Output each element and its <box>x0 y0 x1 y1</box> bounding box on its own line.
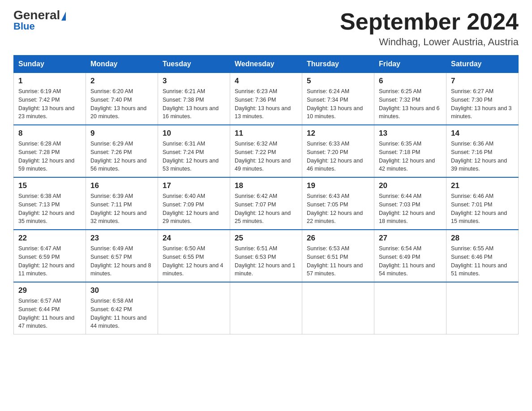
day-number: 27 <box>379 234 442 243</box>
title-area: September 2024 Windhag, Lower Austria, A… <box>340 9 519 48</box>
day-info: Sunrise: 6:35 AM Sunset: 7:18 PM Dayligh… <box>379 140 442 173</box>
day-number: 4 <box>235 77 297 86</box>
header-thursday: Thursday <box>302 56 374 73</box>
weekday-header-row: Sunday Monday Tuesday Wednesday Thursday… <box>14 56 519 73</box>
day-number: 18 <box>235 181 297 190</box>
day-info: Sunrise: 6:32 AM Sunset: 7:22 PM Dayligh… <box>235 140 297 173</box>
table-row: 4 Sunrise: 6:23 AM Sunset: 7:36 PM Dayli… <box>230 73 302 125</box>
day-info: Sunrise: 6:29 AM Sunset: 7:26 PM Dayligh… <box>90 140 153 173</box>
day-number: 29 <box>18 286 81 295</box>
header-sunday: Sunday <box>14 56 86 73</box>
day-number: 16 <box>90 181 153 190</box>
table-row <box>374 282 446 334</box>
table-row <box>446 282 519 334</box>
day-info: Sunrise: 6:19 AM Sunset: 7:42 PM Dayligh… <box>18 87 81 121</box>
table-row: 11 Sunrise: 6:32 AM Sunset: 7:22 PM Dayl… <box>230 125 302 177</box>
header-wednesday: Wednesday <box>230 56 302 73</box>
day-info: Sunrise: 6:25 AM Sunset: 7:32 PM Dayligh… <box>379 87 442 121</box>
calendar-week-row: 22 Sunrise: 6:47 AM Sunset: 6:59 PM Dayl… <box>14 230 519 282</box>
day-info: Sunrise: 6:42 AM Sunset: 7:07 PM Dayligh… <box>235 192 297 226</box>
day-info: Sunrise: 6:33 AM Sunset: 7:20 PM Dayligh… <box>307 140 369 173</box>
day-info: Sunrise: 6:28 AM Sunset: 7:28 PM Dayligh… <box>18 140 81 173</box>
table-row: 5 Sunrise: 6:24 AM Sunset: 7:34 PM Dayli… <box>302 73 374 125</box>
day-info: Sunrise: 6:31 AM Sunset: 7:24 PM Dayligh… <box>163 140 225 173</box>
calendar-table: Sunday Monday Tuesday Wednesday Thursday… <box>13 55 519 334</box>
day-number: 23 <box>90 234 153 243</box>
day-number: 22 <box>18 234 81 243</box>
table-row: 17 Sunrise: 6:40 AM Sunset: 7:09 PM Dayl… <box>158 177 230 230</box>
table-row: 27 Sunrise: 6:54 AM Sunset: 6:49 PM Dayl… <box>374 230 446 282</box>
table-row: 23 Sunrise: 6:49 AM Sunset: 6:57 PM Dayl… <box>86 230 158 282</box>
table-row: 16 Sunrise: 6:39 AM Sunset: 7:11 PM Dayl… <box>86 177 158 230</box>
day-info: Sunrise: 6:51 AM Sunset: 6:53 PM Dayligh… <box>235 244 297 278</box>
day-number: 13 <box>379 129 442 138</box>
day-number: 30 <box>90 286 153 295</box>
calendar-subtitle: Windhag, Lower Austria, Austria <box>340 36 519 48</box>
day-info: Sunrise: 6:39 AM Sunset: 7:11 PM Dayligh… <box>90 192 153 226</box>
day-number: 6 <box>379 77 442 86</box>
table-row: 22 Sunrise: 6:47 AM Sunset: 6:59 PM Dayl… <box>14 230 86 282</box>
header-monday: Monday <box>86 56 158 73</box>
table-row: 18 Sunrise: 6:42 AM Sunset: 7:07 PM Dayl… <box>230 177 302 230</box>
day-number: 21 <box>451 181 514 190</box>
table-row: 19 Sunrise: 6:43 AM Sunset: 7:05 PM Dayl… <box>302 177 374 230</box>
day-info: Sunrise: 6:21 AM Sunset: 7:38 PM Dayligh… <box>163 87 225 121</box>
table-row: 24 Sunrise: 6:50 AM Sunset: 6:55 PM Dayl… <box>158 230 230 282</box>
day-number: 20 <box>379 181 442 190</box>
table-row: 2 Sunrise: 6:20 AM Sunset: 7:40 PM Dayli… <box>86 73 158 125</box>
day-number: 10 <box>163 129 225 138</box>
day-number: 9 <box>90 129 153 138</box>
table-row: 21 Sunrise: 6:46 AM Sunset: 7:01 PM Dayl… <box>446 177 519 230</box>
table-row: 15 Sunrise: 6:38 AM Sunset: 7:13 PM Dayl… <box>14 177 86 230</box>
table-row: 26 Sunrise: 6:53 AM Sunset: 6:51 PM Dayl… <box>302 230 374 282</box>
calendar-title: September 2024 <box>340 9 519 34</box>
day-number: 19 <box>307 181 369 190</box>
day-number: 5 <box>307 77 369 86</box>
table-row: 10 Sunrise: 6:31 AM Sunset: 7:24 PM Dayl… <box>158 125 230 177</box>
day-number: 1 <box>18 77 81 86</box>
day-number: 15 <box>18 181 81 190</box>
table-row: 13 Sunrise: 6:35 AM Sunset: 7:18 PM Dayl… <box>374 125 446 177</box>
day-info: Sunrise: 6:50 AM Sunset: 6:55 PM Dayligh… <box>163 244 225 278</box>
table-row: 8 Sunrise: 6:28 AM Sunset: 7:28 PM Dayli… <box>14 125 86 177</box>
table-row: 25 Sunrise: 6:51 AM Sunset: 6:53 PM Dayl… <box>230 230 302 282</box>
calendar-week-row: 1 Sunrise: 6:19 AM Sunset: 7:42 PM Dayli… <box>14 73 519 125</box>
calendar-week-row: 15 Sunrise: 6:38 AM Sunset: 7:13 PM Dayl… <box>14 177 519 230</box>
day-number: 24 <box>163 234 225 243</box>
header-friday: Friday <box>374 56 446 73</box>
table-row <box>230 282 302 334</box>
day-info: Sunrise: 6:38 AM Sunset: 7:13 PM Dayligh… <box>18 192 81 226</box>
table-row: 30 Sunrise: 6:58 AM Sunset: 6:42 PM Dayl… <box>86 282 158 334</box>
day-info: Sunrise: 6:40 AM Sunset: 7:09 PM Dayligh… <box>163 192 225 226</box>
day-info: Sunrise: 6:44 AM Sunset: 7:03 PM Dayligh… <box>379 192 442 226</box>
day-number: 17 <box>163 181 225 190</box>
day-info: Sunrise: 6:27 AM Sunset: 7:30 PM Dayligh… <box>451 87 514 121</box>
header-saturday: Saturday <box>446 56 519 73</box>
table-row: 1 Sunrise: 6:19 AM Sunset: 7:42 PM Dayli… <box>14 73 86 125</box>
table-row: 3 Sunrise: 6:21 AM Sunset: 7:38 PM Dayli… <box>158 73 230 125</box>
table-row: 12 Sunrise: 6:33 AM Sunset: 7:20 PM Dayl… <box>302 125 374 177</box>
day-number: 28 <box>451 234 514 243</box>
day-number: 2 <box>90 77 153 86</box>
table-row: 6 Sunrise: 6:25 AM Sunset: 7:32 PM Dayli… <box>374 73 446 125</box>
day-info: Sunrise: 6:53 AM Sunset: 6:51 PM Dayligh… <box>307 244 369 278</box>
day-number: 7 <box>451 77 514 86</box>
day-number: 3 <box>163 77 225 86</box>
table-row: 9 Sunrise: 6:29 AM Sunset: 7:26 PM Dayli… <box>86 125 158 177</box>
day-info: Sunrise: 6:47 AM Sunset: 6:59 PM Dayligh… <box>18 244 81 278</box>
logo-blue: Blue <box>13 21 35 32</box>
table-row: 7 Sunrise: 6:27 AM Sunset: 7:30 PM Dayli… <box>446 73 519 125</box>
day-info: Sunrise: 6:55 AM Sunset: 6:46 PM Dayligh… <box>451 244 514 278</box>
logo: General Blue <box>13 9 66 32</box>
day-number: 12 <box>307 129 369 138</box>
table-row: 29 Sunrise: 6:57 AM Sunset: 6:44 PM Dayl… <box>14 282 86 334</box>
day-number: 25 <box>235 234 297 243</box>
table-row <box>302 282 374 334</box>
day-info: Sunrise: 6:49 AM Sunset: 6:57 PM Dayligh… <box>90 244 153 278</box>
day-info: Sunrise: 6:54 AM Sunset: 6:49 PM Dayligh… <box>379 244 442 278</box>
day-number: 14 <box>451 129 514 138</box>
day-info: Sunrise: 6:43 AM Sunset: 7:05 PM Dayligh… <box>307 192 369 226</box>
table-row: 20 Sunrise: 6:44 AM Sunset: 7:03 PM Dayl… <box>374 177 446 230</box>
day-info: Sunrise: 6:57 AM Sunset: 6:44 PM Dayligh… <box>18 297 81 330</box>
day-number: 26 <box>307 234 369 243</box>
